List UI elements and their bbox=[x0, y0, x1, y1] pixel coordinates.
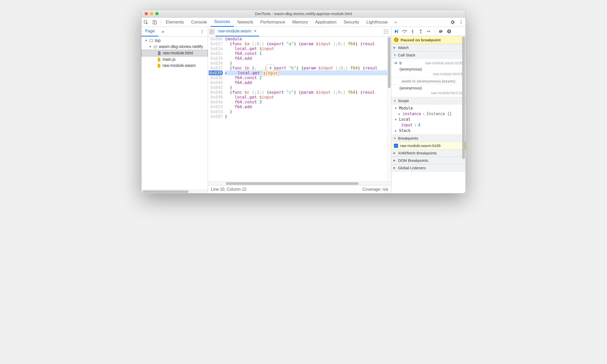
svg-point-6 bbox=[202, 30, 203, 31]
global-listeners-header[interactable]: ▶Global Listeners bbox=[391, 164, 465, 172]
svg-point-4 bbox=[461, 22, 462, 22]
scope-local-input[interactable]: input: 4 bbox=[391, 122, 465, 128]
debugger-panel: i Paused on breakpoint ▶Watch ▼Call Stac… bbox=[391, 27, 465, 193]
editor-statusbar: Line 10, Column 12 Coverage: n/a bbox=[208, 185, 391, 193]
step-icon[interactable] bbox=[426, 29, 432, 34]
traffic-lights bbox=[145, 12, 159, 15]
svg-rect-18 bbox=[449, 30, 449, 32]
navigator-menu-icon[interactable] bbox=[200, 30, 208, 34]
scope-section-header[interactable]: ▼Scope bbox=[391, 97, 465, 104]
scope-module[interactable]: ▼Module bbox=[391, 105, 465, 111]
nav-back-icon[interactable] bbox=[209, 29, 215, 34]
breakpoint-item[interactable]: ✓ raw-module.wasm:0x39 bbox=[391, 142, 465, 149]
watch-section-header[interactable]: ▶Watch bbox=[391, 44, 465, 51]
code-area[interactable]: (module (func $a (;0;) (export "a") (par… bbox=[225, 37, 391, 181]
panel-tab-memory[interactable]: Memory bbox=[289, 18, 311, 27]
zoom-window-icon[interactable] bbox=[155, 12, 159, 15]
svg-rect-12 bbox=[397, 30, 398, 33]
panel-tab-sources[interactable]: Sources bbox=[211, 18, 234, 27]
svg-rect-10 bbox=[210, 30, 213, 33]
svg-point-16 bbox=[427, 31, 428, 32]
svg-rect-19 bbox=[449, 30, 450, 32]
callstack-body: ➔braw-module.wasm:0x39(anonymous)raw-mod… bbox=[391, 59, 465, 97]
navigator-panel: Page » ▼top▼wasm-dbg-stories.netlifyraw-… bbox=[142, 27, 208, 193]
minimize-window-icon[interactable] bbox=[150, 12, 153, 15]
close-tab-icon[interactable]: × bbox=[254, 29, 256, 34]
cursor-position: Line 10, Column 12 bbox=[211, 187, 247, 192]
panel-tab-console[interactable]: Console bbox=[188, 18, 211, 27]
callstack-frame[interactable]: (anonymous) bbox=[391, 85, 465, 91]
debugger-vscrollbar[interactable] bbox=[462, 36, 465, 193]
breakpoint-checkbox[interactable]: ✓ bbox=[394, 144, 398, 148]
panel-tab-security[interactable]: Security bbox=[340, 18, 363, 27]
run-snippet-icon[interactable] bbox=[383, 29, 389, 34]
svg-point-3 bbox=[461, 20, 462, 21]
step-over-icon[interactable] bbox=[402, 29, 407, 34]
svg-rect-2 bbox=[155, 21, 157, 24]
scope-stack[interactable]: ▶Stack bbox=[391, 128, 465, 134]
code-editor[interactable]: 0x0000x0270x02a0x02c0x0350x0360x0370x039… bbox=[208, 37, 391, 181]
callstack-frame[interactable]: (anonymous) bbox=[391, 66, 465, 72]
more-navigator-tabs-icon[interactable]: » bbox=[158, 27, 168, 37]
callstack-await-separator: await in (anonymous) (async) bbox=[391, 78, 465, 84]
settings-gear-icon[interactable] bbox=[448, 18, 457, 27]
panel-tab-performance[interactable]: Performance bbox=[257, 18, 289, 27]
main-toolbar: ElementsConsoleSourcesNetworkPerformance… bbox=[142, 18, 465, 27]
dom-breakpoints-header[interactable]: ▶DOM Breakpoints bbox=[391, 157, 465, 164]
more-tabs-icon[interactable]: » bbox=[391, 18, 400, 27]
panel-tab-network[interactable]: Network bbox=[234, 18, 257, 27]
inspect-element-icon[interactable] bbox=[142, 18, 150, 27]
file-tree[interactable]: ▼top▼wasm-dbg-stories.netlifyraw-module.… bbox=[142, 37, 208, 190]
svg-point-14 bbox=[412, 32, 413, 33]
resume-icon[interactable] bbox=[393, 29, 399, 34]
debugger-toolbar bbox=[391, 27, 465, 36]
editor-vscrollbar[interactable] bbox=[387, 37, 391, 181]
callstack-section-header[interactable]: ▼Call Stack bbox=[391, 51, 465, 59]
page-tab[interactable]: Page bbox=[142, 27, 158, 37]
paused-banner-text: Paused on breakpoint bbox=[401, 38, 441, 42]
svg-point-5 bbox=[461, 23, 462, 24]
panel-tab-elements[interactable]: Elements bbox=[162, 18, 188, 27]
tree-file-0[interactable]: raw-module.html bbox=[142, 50, 208, 56]
info-icon: i bbox=[394, 38, 399, 42]
panel-tab-application[interactable]: Application bbox=[312, 18, 340, 27]
breakpoints-section-header[interactable]: ▼Breakpoints bbox=[391, 135, 465, 142]
tree-file-2[interactable]: raw-module.wasm bbox=[142, 63, 208, 69]
close-window-icon[interactable] bbox=[145, 12, 148, 15]
device-toolbar-icon[interactable] bbox=[150, 18, 159, 27]
svg-point-13 bbox=[404, 32, 405, 33]
kebab-menu-icon[interactable] bbox=[457, 18, 465, 27]
editor-tabbar: raw-module.wasm × bbox=[208, 27, 391, 37]
callstack-frame[interactable]: ➔braw-module.wasm:0x39 bbox=[391, 60, 465, 66]
svg-point-8 bbox=[202, 32, 203, 33]
scope-local[interactable]: ▼Local bbox=[391, 117, 465, 122]
navigator-hscrollbar[interactable] bbox=[142, 190, 208, 193]
svg-point-7 bbox=[202, 31, 203, 32]
step-into-icon[interactable] bbox=[410, 29, 415, 34]
editor-hscrollbar[interactable] bbox=[208, 181, 391, 185]
breakpoint-label: raw-module.wasm:0x39 bbox=[400, 143, 440, 148]
content-area: Page » ▼top▼wasm-dbg-stories.netlifyraw-… bbox=[142, 27, 465, 193]
hover-inspect: $input4 bbox=[262, 70, 279, 76]
svg-point-15 bbox=[420, 32, 421, 33]
paused-banner: i Paused on breakpoint bbox=[391, 36, 465, 44]
svg-point-17 bbox=[447, 29, 451, 33]
xhr-breakpoints-header[interactable]: ▶XHR/fetch Breakpoints bbox=[391, 149, 465, 157]
titlebar: DevTools - wasm-dbg-stories.netlify.app/… bbox=[142, 10, 465, 18]
coverage-status: Coverage: n/a bbox=[362, 187, 388, 192]
svg-rect-9 bbox=[150, 39, 153, 42]
tree-top[interactable]: ▼top bbox=[142, 38, 208, 44]
tree-domain[interactable]: ▼wasm-dbg-stories.netlify bbox=[142, 44, 208, 50]
pause-on-exceptions-icon[interactable] bbox=[446, 29, 452, 34]
editor-tab[interactable]: raw-module.wasm × bbox=[216, 27, 259, 37]
scope-module-instance[interactable]: ▶instance: Instance {} bbox=[391, 111, 465, 117]
panel-tab-lighthouse[interactable]: Lighthouse bbox=[363, 18, 391, 27]
callstack-frame-location: raw-module.html:10 bbox=[391, 91, 465, 96]
deactivate-breakpoints-icon[interactable] bbox=[438, 29, 444, 34]
step-out-icon[interactable] bbox=[418, 29, 424, 34]
callstack-frame-location: raw-module.html:9 bbox=[391, 72, 465, 77]
tree-file-1[interactable]: main.js bbox=[142, 56, 208, 63]
gutter[interactable]: 0x0000x0270x02a0x02c0x0350x0360x0370x039… bbox=[208, 37, 225, 181]
window-title: DevTools - wasm-dbg-stories.netlify.app/… bbox=[142, 11, 465, 16]
hover-popup: 4 bbox=[267, 65, 274, 71]
